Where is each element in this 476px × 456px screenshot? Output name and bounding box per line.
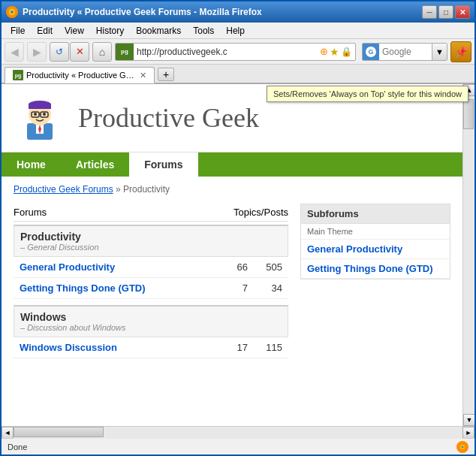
lock-icon: 🔒 <box>341 47 352 57</box>
scroll-down-button[interactable]: ▼ <box>463 414 474 426</box>
sidebar-box: Subforums Main Theme General Productivit… <box>300 204 450 279</box>
breadcrumb: Productive Geek Forums » Productivity <box>14 184 450 195</box>
forum-name-gtd[interactable]: Getting Things Done (GTD) <box>20 282 225 294</box>
page-inner: Productive Geek Home Articles Forums Pro… <box>2 84 462 366</box>
breadcrumb-link[interactable]: Productive Geek Forums <box>14 184 113 195</box>
svg-rect-13 <box>29 104 51 109</box>
scroll-thumb-h[interactable] <box>14 427 104 437</box>
status-text: Done <box>8 442 456 451</box>
section-desc-1: – Discussion about Windows <box>20 323 282 332</box>
address-input[interactable] <box>134 47 317 57</box>
section-desc-0: – General Discussion <box>20 243 282 252</box>
menu-file[interactable]: File <box>5 24 31 38</box>
forum-row-windows[interactable]: Windows Discussion 17 115 <box>14 337 288 358</box>
nav-forums[interactable]: Forums <box>129 153 197 177</box>
address-bar: pg ⊕ ★ 🔒 <box>115 43 356 61</box>
minimize-button[interactable]: ─ <box>422 5 437 19</box>
firefox-icon <box>6 6 18 18</box>
title-bar: Productivity « Productive Geek Forums - … <box>2 2 474 23</box>
svg-point-11 <box>43 113 46 116</box>
nav-articles[interactable]: Articles <box>61 153 129 177</box>
forum-layout: Forums Topics/Posts Productivity – Gener… <box>14 204 450 358</box>
rss-icon[interactable]: ⊕ <box>320 46 328 57</box>
forward-button[interactable]: ▶ <box>27 42 47 62</box>
forum-sidebar: Subforums Main Theme General Productivit… <box>300 204 450 358</box>
nav-home[interactable]: Home <box>2 153 61 177</box>
maximize-button[interactable]: □ <box>438 5 453 19</box>
tab-bar: pg Productivity « Productive Geek Foru..… <box>2 65 474 84</box>
menu-edit[interactable]: Edit <box>31 24 59 38</box>
sidebar-item-gtd[interactable]: Getting Things Done (GTD) <box>301 259 450 279</box>
scroll-thumb-v[interactable] <box>463 99 474 129</box>
col-topics-posts: Topics/Posts <box>233 207 288 218</box>
breadcrumb-current: Productivity <box>123 184 170 195</box>
scroll-right-button[interactable]: ► <box>462 427 474 439</box>
tab-label: Productivity « Productive Geek Foru... <box>26 71 135 80</box>
vertical-scrollbar: ▲ ▼ <box>462 84 474 426</box>
bookmark-star-icon[interactable]: ★ <box>330 46 339 58</box>
content-area: Productive Geek Forums » Productivity Fo… <box>2 177 462 366</box>
svg-point-2 <box>11 11 14 14</box>
menu-bar: File Edit View History Bookmarks Tools H… <box>2 23 474 39</box>
search-button[interactable]: ▼ <box>432 43 447 61</box>
stop-button[interactable]: ✕ <box>70 42 89 62</box>
posts-2: 115 <box>260 342 282 353</box>
sidebar-subtitle: Main Theme <box>301 224 450 240</box>
menu-bookmarks[interactable]: Bookmarks <box>130 24 187 38</box>
tab-favicon: pg <box>13 70 23 80</box>
site-nav: Home Articles Forums <box>2 153 462 177</box>
breadcrumb-separator: » <box>116 184 123 195</box>
google-icon: G <box>363 43 379 61</box>
status-bar: Done <box>2 438 474 454</box>
posts-1: 34 <box>260 282 282 294</box>
sidebar-title: Subforums <box>301 204 450 224</box>
section-productivity-header: Productivity – General Discussion <box>14 225 288 257</box>
forum-row-general-productivity[interactable]: General Productivity 66 505 <box>14 257 288 278</box>
status-firefox-icon <box>456 441 468 453</box>
menu-help[interactable]: Help <box>220 24 251 38</box>
tab-productivity[interactable]: pg Productivity « Productive Geek Foru..… <box>5 67 155 83</box>
tab-close-icon[interactable]: ✕ <box>140 71 146 80</box>
window-controls: ─ □ ✕ <box>422 5 470 19</box>
section-windows-header: Windows – Discussion about Windows <box>14 305 288 337</box>
forum-nums-0: 66 505 <box>225 261 282 273</box>
home-button[interactable]: ⌂ <box>92 42 112 62</box>
forum-nums-2: 17 115 <box>225 342 282 353</box>
forum-table-header: Forums Topics/Posts <box>14 204 288 222</box>
forum-main: Forums Topics/Posts Productivity – Gener… <box>14 204 288 358</box>
pin-button[interactable]: 📌 <box>450 41 471 62</box>
forum-name-windows[interactable]: Windows Discussion <box>20 342 225 353</box>
section-title-0: Productivity <box>20 231 282 243</box>
browser-window: Productivity « Productive Geek Forums - … <box>0 0 476 456</box>
scroll-left-button[interactable]: ◄ <box>2 427 14 439</box>
topics-1: 7 <box>225 282 248 294</box>
svg-point-16 <box>462 445 464 448</box>
sidebar-item-general[interactable]: General Productivity <box>301 240 450 259</box>
posts-0: 505 <box>260 261 282 273</box>
scroll-track-v[interactable] <box>463 96 474 414</box>
search-bar: G ▼ <box>362 43 447 61</box>
forum-row-gtd[interactable]: Getting Things Done (GTD) 7 34 <box>14 278 288 299</box>
close-button[interactable]: ✕ <box>455 5 470 19</box>
address-icons: ⊕ ★ 🔒 <box>317 46 355 58</box>
tooltip: Sets/Removes 'Always on Top' style for t… <box>267 86 468 102</box>
svg-point-10 <box>34 113 37 116</box>
refresh-button[interactable]: ↺ <box>50 42 69 62</box>
navigation-bar: ◀ ▶ ↺ ✕ ⌂ pg ⊕ ★ 🔒 G ▼ 📌 <box>2 39 474 65</box>
menu-view[interactable]: View <box>59 24 90 38</box>
topics-0: 66 <box>225 261 248 273</box>
menu-history[interactable]: History <box>90 24 130 38</box>
window-title: Productivity « Productive Geek Forums - … <box>23 7 422 17</box>
forum-nums-1: 7 34 <box>225 282 282 294</box>
menu-tools[interactable]: Tools <box>187 24 220 38</box>
page-scroll[interactable]: Productive Geek Home Articles Forums Pro… <box>2 84 462 426</box>
search-input[interactable] <box>379 47 432 57</box>
topics-2: 17 <box>225 342 248 353</box>
back-button[interactable]: ◀ <box>5 42 24 62</box>
new-tab-button[interactable]: + <box>158 68 174 81</box>
site-avatar <box>14 92 66 144</box>
google-g-logo: G <box>366 47 376 57</box>
forum-name-general-productivity[interactable]: General Productivity <box>20 261 225 273</box>
horizontal-scrollbar: ◄ ► <box>2 426 474 438</box>
scroll-track-h[interactable] <box>14 427 462 439</box>
